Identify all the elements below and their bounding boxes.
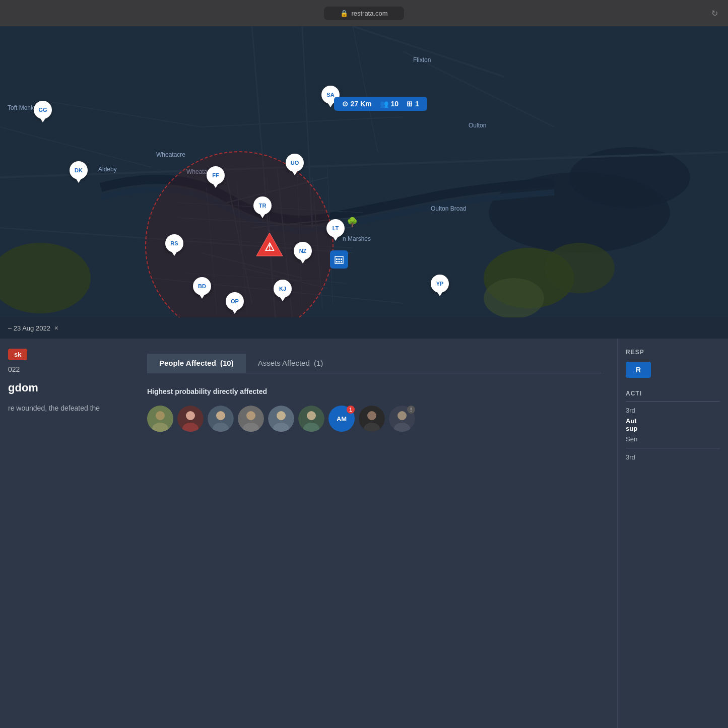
svg-point-6 (484, 278, 544, 318)
marker-uo[interactable]: UO (286, 154, 304, 175)
event-title: gdom (8, 381, 123, 394)
marker-op[interactable]: OP (226, 292, 244, 314)
svg-rect-37 (336, 258, 338, 260)
marker-tail-yp (437, 292, 442, 296)
marker-bubble-uo: UO (286, 154, 304, 172)
avatar-am-badge: 1 (347, 406, 355, 414)
svg-point-4 (544, 243, 615, 293)
people-count: 10 (391, 100, 399, 108)
assets-info: ⊞ 1 (407, 100, 419, 108)
right-sidebar: RESP R ACTI 3rd Autsup Sen 3rd (617, 339, 728, 728)
bottom-panel: sk 022 gdom re wounded, the defeated the… (0, 339, 728, 728)
people-icon: 👥 (380, 100, 388, 108)
marker-bubble-dk: DK (70, 161, 88, 179)
action-divider-2 (626, 448, 720, 448)
svg-point-65 (398, 411, 407, 420)
avatar-6[interactable] (298, 406, 324, 432)
marker-tail-nz (300, 259, 305, 263)
actions-title: ACTI (626, 390, 720, 397)
marker-tail-uo (292, 171, 297, 175)
tab-assets-count: (1) (314, 359, 323, 367)
lock-icon: 🔒 (340, 10, 348, 17)
marker-bubble-kj: KJ (274, 280, 292, 298)
respond-button[interactable]: R (626, 362, 651, 378)
left-sidebar: sk 022 gdom re wounded, the defeated the (0, 339, 131, 728)
building-marker[interactable] (330, 250, 348, 269)
marker-tail-kj (280, 297, 285, 301)
assets-count: 1 (415, 100, 419, 108)
tab-assets-label: Assets Affected (258, 359, 310, 367)
tab-people-affected[interactable]: People Affected (10) (147, 354, 246, 373)
people-info: 👥 10 (380, 100, 399, 108)
marker-bubble-lt: LT (326, 219, 345, 237)
date-close-button[interactable]: × (54, 324, 58, 332)
marker-bubble-rs: RS (165, 234, 183, 252)
event-description: re wounded, the defeated the (8, 403, 123, 414)
tab-people-count: (10) (220, 359, 234, 367)
marker-bubble-gg: GG (34, 101, 52, 119)
distance-value: 27 Km (351, 100, 372, 108)
svg-point-59 (307, 411, 316, 420)
svg-rect-39 (341, 258, 342, 260)
risk-badge: sk (8, 349, 27, 360)
marker-tail-tr (260, 214, 265, 218)
assets-icon: ⊞ (407, 100, 413, 108)
main-content: People Affected (10) Assets Affected (1)… (131, 339, 617, 728)
marker-tr[interactable]: TR (253, 196, 272, 218)
marker-ff[interactable]: FF (207, 166, 225, 188)
action-item-4: 3rd (626, 451, 720, 463)
refresh-button[interactable]: ↻ (711, 9, 718, 18)
url-bar[interactable]: 🔒 restrata.com (324, 7, 404, 20)
marker-tail-sa (328, 103, 333, 107)
svg-rect-40 (336, 261, 338, 262)
avatars-row: AM 1 ! (147, 406, 601, 432)
map-background (0, 26, 728, 339)
marker-tail-ff (213, 184, 218, 188)
event-date: 022 (8, 365, 123, 373)
avatar-5[interactable] (268, 406, 294, 432)
incident-marker[interactable]: ⚠ (255, 232, 284, 259)
marker-dk[interactable]: DK (70, 161, 88, 183)
marker-gg[interactable]: GG (34, 101, 52, 122)
marker-lt[interactable]: LT (326, 219, 345, 241)
right-sidebar-title: RESP (626, 349, 720, 356)
avatar-1[interactable] (147, 406, 173, 432)
marker-bd[interactable]: BD (193, 277, 211, 299)
marker-bubble-yp: YP (431, 275, 449, 293)
marker-tail-rs (172, 252, 177, 256)
avatar-3[interactable] (208, 406, 234, 432)
avatar-9-wrapper[interactable]: ! (389, 406, 415, 432)
date-badge: – 23 Aug 2022 × (8, 324, 58, 332)
date-filter-bar: – 23 Aug 2022 × (0, 317, 728, 339)
url-text: restrata.com (351, 10, 387, 17)
date-label: – 23 Aug 2022 (8, 324, 50, 332)
map-container: ⊙ 27 Km 👥 10 ⊞ 1 Flixton Oulton Oulton B… (0, 26, 728, 339)
marker-tail-op (232, 310, 237, 314)
avatar-am-wrapper[interactable]: AM 1 (328, 406, 355, 432)
marker-yp[interactable]: YP (431, 275, 449, 296)
avatar-8[interactable] (359, 406, 385, 432)
tree-icon: 🌳 (347, 217, 358, 228)
section-header: Highest probability directly affected (147, 387, 601, 395)
avatar-4[interactable] (238, 406, 264, 432)
action-divider-1 (626, 401, 720, 402)
distance-info: ⊙ 27 Km (342, 100, 372, 108)
svg-point-47 (186, 411, 195, 420)
marker-nz[interactable]: NZ (294, 242, 312, 263)
tab-assets-affected[interactable]: Assets Affected (1) (246, 354, 336, 373)
action-item-2: Autsup (626, 416, 720, 433)
marker-tail-lt (333, 237, 338, 241)
avatar-2[interactable] (177, 406, 204, 432)
map-info-bar: ⊙ 27 Km 👥 10 ⊞ 1 (334, 97, 427, 111)
tabs-row: People Affected (10) Assets Affected (1) (147, 354, 601, 373)
marker-bubble-tr: TR (253, 196, 272, 215)
svg-rect-42 (341, 261, 342, 262)
svg-point-62 (367, 411, 376, 420)
marker-bubble-ff: FF (207, 166, 225, 184)
marker-rs[interactable]: RS (165, 234, 183, 256)
svg-rect-41 (339, 261, 340, 262)
svg-point-56 (277, 411, 286, 420)
svg-rect-38 (339, 258, 340, 260)
browser-chrome: 🔒 restrata.com ↻ (0, 0, 728, 26)
marker-kj[interactable]: KJ (274, 280, 292, 301)
